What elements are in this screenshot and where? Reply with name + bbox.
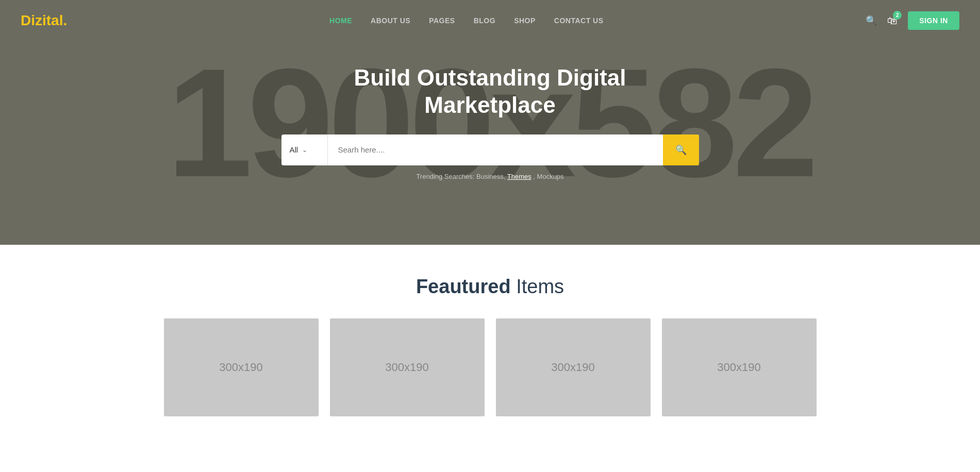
nav-pages[interactable]: PAGES <box>429 16 455 25</box>
sign-in-button[interactable]: SIGN IN <box>908 11 959 30</box>
search-submit-button[interactable]: 🔍 <box>663 134 699 165</box>
featured-item-4[interactable]: 300x190 <box>662 318 817 416</box>
featured-title-suffix: Items <box>511 276 564 297</box>
search-category-label: All <box>290 145 298 154</box>
logo-dot: . <box>63 12 67 28</box>
logo-text: Dizital <box>21 12 63 28</box>
site-header: Dizital. HOME ABOUT US PAGES BLOG SHOP C… <box>0 0 980 41</box>
hero-title: Build Outstanding Digital Marketplace <box>354 64 626 119</box>
featured-title-prefix: Feautured <box>416 276 511 297</box>
cart-button[interactable]: 🛍 2 <box>887 15 898 27</box>
nav-about[interactable]: ABOUT US <box>371 16 410 25</box>
search-bar: All ⌄ 🔍 <box>281 134 699 165</box>
featured-item-1[interactable]: 300x190 <box>164 318 319 416</box>
main-nav: HOME ABOUT US PAGES BLOG SHOP CONTACT US <box>329 16 603 25</box>
item-placeholder-4: 300x190 <box>717 361 760 374</box>
search-icon-button[interactable]: 🔍 <box>866 15 877 26</box>
hero-content: Build Outstanding Digital Marketplace Al… <box>271 64 709 180</box>
featured-item-3[interactable]: 300x190 <box>496 318 651 416</box>
hero-title-line1: Build Outstanding Digital <box>354 65 626 90</box>
chevron-down-icon: ⌄ <box>302 146 307 154</box>
item-placeholder-1: 300x190 <box>219 361 262 374</box>
nav-blog[interactable]: BLOG <box>474 16 495 25</box>
hero-title-line2: Marketplace <box>424 92 555 117</box>
featured-item-2[interactable]: 300x190 <box>330 318 485 416</box>
nav-home[interactable]: HOME <box>329 16 352 25</box>
nav-shop[interactable]: SHOP <box>514 16 536 25</box>
logo[interactable]: Dizital. <box>21 12 67 29</box>
featured-items-grid: 300x190 300x190 300x190 300x190 <box>21 318 959 416</box>
item-placeholder-2: 300x190 <box>385 361 428 374</box>
trending-searches: Trending Searches: Business, Themes , Mo… <box>416 173 563 180</box>
featured-title: Feautured Items <box>21 276 959 298</box>
trending-suffix: , Mockups <box>533 173 563 180</box>
trending-themes-link[interactable]: Themes <box>507 173 531 180</box>
search-input[interactable] <box>328 134 663 165</box>
header-icons: 🔍 🛍 2 SIGN IN <box>866 11 959 30</box>
trending-label: Trending Searches: Business, <box>416 173 505 180</box>
nav-contact[interactable]: CONTACT US <box>554 16 604 25</box>
search-icon: 🔍 <box>675 144 687 156</box>
item-placeholder-3: 300x190 <box>551 361 594 374</box>
cart-badge: 2 <box>893 11 902 20</box>
search-category-dropdown[interactable]: All ⌄ <box>281 134 328 165</box>
featured-section: Feautured Items 300x190 300x190 300x190 … <box>0 245 980 427</box>
